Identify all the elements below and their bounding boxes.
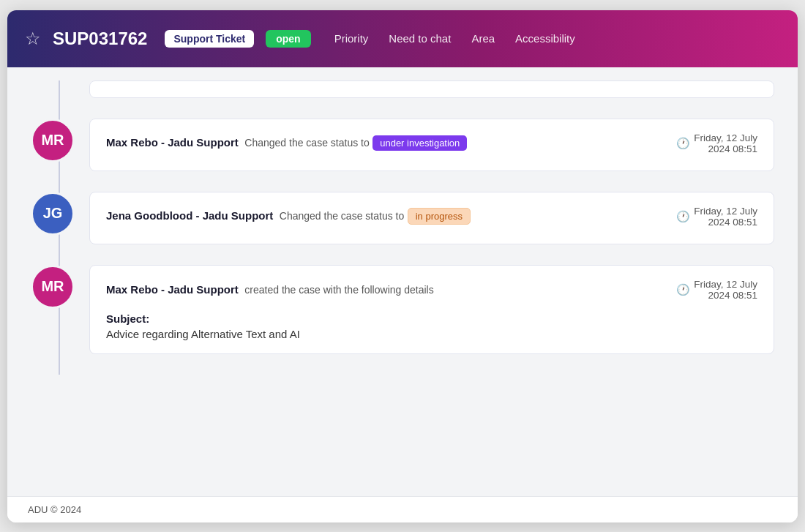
header: ☆ SUP031762 Support Ticket open Priority… — [7, 10, 798, 67]
nav-area[interactable]: Area — [471, 32, 495, 45]
card-body: Subject: Advice regarding Alternative Te… — [106, 312, 757, 340]
ticket-type-badge: Support Ticket — [165, 30, 254, 48]
card-action: Changed the case status to — [244, 137, 369, 149]
card-action: Changed the case status to — [280, 210, 404, 222]
status-badge: in progress — [408, 208, 471, 225]
avatar: MR — [31, 265, 75, 309]
card-header-left: Max Rebo - Jadu Support created the case… — [106, 283, 434, 296]
clock-icon: 🕐 — [676, 283, 690, 296]
timeline-item: JG Jena Goodblood - Jadu Support Changed… — [31, 192, 774, 244]
clock-icon: 🕐 — [676, 210, 690, 223]
content-area: MR Max Rebo - Jadu Support Changed the c… — [7, 67, 798, 496]
nav-accessibility[interactable]: Accessibility — [515, 32, 575, 45]
card-author: Max Rebo - Jadu Support — [106, 136, 239, 149]
card-author: Max Rebo - Jadu Support — [106, 283, 239, 296]
card-header-left: Max Rebo - Jadu Support Changed the case… — [106, 135, 467, 151]
activity-card: Max Rebo - Jadu Support created the case… — [89, 265, 774, 354]
footer: ADU © 2024 — [7, 496, 798, 522]
card-header-left: Jena Goodblood - Jadu Support Changed th… — [106, 208, 471, 225]
card-timestamp: 🕐 Friday, 12 July 2024 08:51 — [676, 132, 757, 154]
ticket-status-badge: open — [266, 30, 310, 48]
timeline-item: MR Max Rebo - Jadu Support created the c… — [31, 265, 774, 354]
star-icon[interactable]: ☆ — [25, 29, 41, 49]
card-author: Jena Goodblood - Jadu Support — [106, 209, 273, 222]
subject-label: Subject: — [106, 312, 757, 325]
card-header-row: Jena Goodblood - Jadu Support Changed th… — [106, 206, 757, 228]
card-header-row: Max Rebo - Jadu Support Changed the case… — [106, 132, 757, 154]
card-timestamp: 🕐 Friday, 12 July 2024 08:51 — [676, 206, 757, 228]
card-timestamp: 🕐 Friday, 12 July 2024 08:51 — [676, 279, 757, 301]
status-badge: under investigation — [372, 135, 467, 151]
avatar: MR — [31, 119, 75, 162]
partial-card — [89, 80, 774, 98]
activity-card: Jena Goodblood - Jadu Support Changed th… — [89, 192, 774, 244]
subject-value: Advice regarding Alternative Text and AI — [106, 328, 757, 340]
avatar: JG — [31, 192, 75, 236]
app-window: ☆ SUP031762 Support Ticket open Priority… — [7, 10, 798, 522]
card-action: created the case with the following deta… — [244, 284, 433, 296]
nav-priority[interactable]: Priority — [334, 32, 369, 45]
header-nav: Priority Need to chat Area Accessibility — [334, 32, 575, 45]
timeline-item: MR Max Rebo - Jadu Support Changed the c… — [31, 119, 774, 171]
timeline: MR Max Rebo - Jadu Support Changed the c… — [31, 80, 774, 375]
footer-text: ADU © 2024 — [28, 504, 81, 515]
ticket-id: SUP031762 — [53, 29, 147, 49]
nav-need-to-chat[interactable]: Need to chat — [389, 32, 451, 45]
activity-card: Max Rebo - Jadu Support Changed the case… — [89, 119, 774, 171]
clock-icon: 🕐 — [676, 137, 690, 150]
card-header-row: Max Rebo - Jadu Support created the case… — [106, 279, 757, 301]
